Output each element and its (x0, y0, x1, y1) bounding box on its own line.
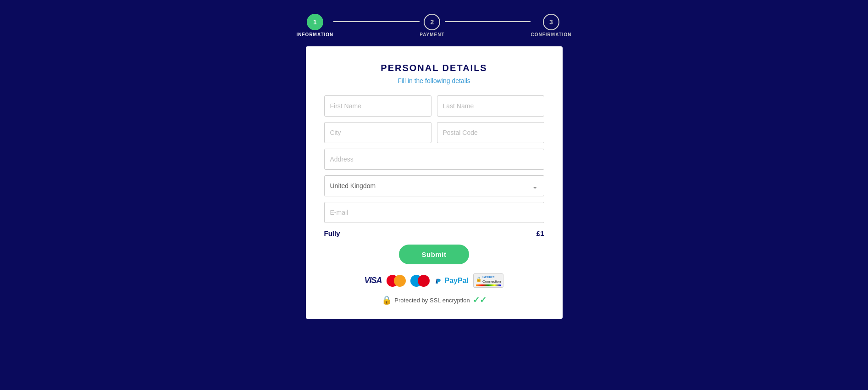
ssl-lock-icon: 🔒 (476, 277, 481, 282)
country-select-wrapper: United Kingdom United States Canada Aust… (324, 175, 544, 196)
payment-logos: VISA PayPal 🔒 Secure (324, 273, 544, 288)
email-row (324, 202, 544, 223)
ssl-badge: 🔒 Secure Connection (473, 273, 503, 288)
mastercard-logo (387, 275, 406, 287)
ssl-color-bar (476, 284, 501, 286)
page-subtitle: Fill in the following details (324, 77, 544, 84)
maestro-red-circle (418, 275, 430, 287)
step-1-label: INFORMATION (297, 32, 334, 37)
first-name-input[interactable] (324, 95, 431, 117)
address-row (324, 149, 544, 170)
paypal-text: PayPal (445, 277, 469, 285)
submit-button[interactable]: Submit (399, 245, 470, 264)
step-2-circle: 2 (424, 14, 440, 30)
page-title: PERSONAL DETAILS (324, 63, 544, 73)
mc-orange-circle (394, 275, 406, 287)
checkout-stepper: 1 INFORMATION 2 PAYMENT 3 CONFIRMATION (297, 14, 572, 37)
step-2-label: PAYMENT (420, 32, 444, 37)
ssl-encrypted-text: Protected by SSL encryption (394, 297, 470, 304)
ssl-connection-text: Connection (482, 279, 501, 284)
step-3-label: CONFIRMATION (531, 32, 571, 37)
checkmark-icon: ✓✓ (473, 295, 487, 305)
step-3-circle: 3 (543, 14, 559, 30)
price-value: £1 (536, 229, 544, 237)
ssl-secure-text: Secure (482, 275, 501, 279)
city-postal-row (324, 122, 544, 143)
step-1-circle: 1 (307, 14, 323, 30)
paypal-icon (434, 276, 443, 285)
personal-details-card: PERSONAL DETAILS Fill in the following d… (306, 46, 563, 319)
last-name-input[interactable] (437, 95, 544, 117)
step-line-1-2 (333, 21, 420, 22)
email-input[interactable] (324, 202, 544, 223)
address-input[interactable] (324, 149, 544, 170)
name-row (324, 95, 544, 117)
step-2-payment: 2 PAYMENT (420, 14, 444, 37)
ssl-encrypted-row: 🔒 Protected by SSL encryption ✓✓ (324, 295, 544, 305)
city-input[interactable] (324, 122, 431, 143)
visa-logo: VISA (365, 276, 382, 285)
paypal-logo: PayPal (434, 276, 469, 285)
country-select[interactable]: United Kingdom United States Canada Aust… (324, 175, 544, 196)
maestro-logo (410, 275, 430, 287)
step-1-information: 1 INFORMATION (297, 14, 334, 37)
price-label: Fully (324, 229, 340, 237)
price-row: Fully £1 (324, 229, 544, 237)
postal-code-input[interactable] (437, 122, 544, 143)
lock-icon: 🔒 (381, 295, 392, 305)
step-line-2-3 (445, 21, 531, 22)
step-3-confirmation: 3 CONFIRMATION (531, 14, 571, 37)
